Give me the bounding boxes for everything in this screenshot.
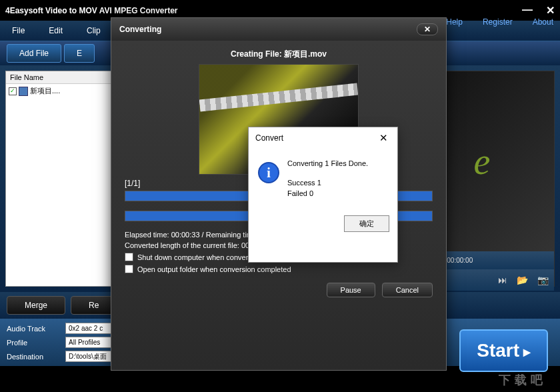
ok-button[interactable]: 确定	[344, 215, 389, 232]
watermark: 下载吧	[499, 372, 547, 388]
open-folder-checkbox[interactable]	[125, 265, 133, 273]
open-folder-label: Open output folder when conversion compl…	[137, 265, 291, 273]
convert-messagebox: Convert ✕ i Converting 1 Files Done. Suc…	[248, 127, 398, 263]
converting-title: Converting	[119, 25, 161, 34]
file-checkbox[interactable]: ✓	[9, 87, 17, 95]
menu-register[interactable]: Register	[483, 17, 513, 27]
menu-clip[interactable]: Clip	[75, 25, 113, 37]
msgbox-title-text: Convert	[255, 133, 283, 143]
snapshot-icon[interactable]: 📷	[537, 275, 549, 285]
start-button[interactable]: Start	[459, 329, 548, 372]
creating-file-label: Creating File: 新项目.mov	[125, 49, 433, 60]
msgbox-line3: Failed 0	[287, 188, 368, 199]
menu-about[interactable]: About	[533, 17, 553, 27]
shutdown-checkbox[interactable]	[125, 253, 133, 261]
minimize-icon[interactable]: —	[522, 4, 533, 17]
app-title: 4Easysoft Video to MOV AVI MPEG Converte…	[5, 6, 178, 15]
msgbox-text: Converting 1 Files Done. Success 1 Faile…	[287, 158, 368, 199]
msgbox-line2: Success 1	[287, 177, 368, 189]
menu-edit[interactable]: Edit	[37, 25, 75, 37]
audio-track-label: Audio Track	[7, 325, 60, 333]
info-icon: i	[258, 162, 279, 183]
cancel-button[interactable]: Cancel	[382, 283, 433, 297]
destination-label: Destination	[7, 353, 60, 361]
msgbox-close-icon[interactable]: ✕	[377, 132, 391, 144]
close-icon[interactable]: ✕	[546, 4, 555, 17]
msgbox-line1: Converting 1 Files Done.	[287, 158, 368, 169]
preview-logo-icon: e	[474, 140, 491, 183]
dialog-close-icon[interactable]: ✕	[417, 23, 438, 35]
pause-button[interactable]: Pause	[327, 283, 375, 297]
next-icon[interactable]: ⏭	[498, 275, 507, 285]
rename-button[interactable]: Re	[71, 296, 117, 315]
video-file-icon	[19, 87, 28, 96]
profile-label: Profile	[7, 339, 60, 347]
edit-button[interactable]: E	[64, 44, 95, 63]
menu-help[interactable]: Help	[446, 17, 463, 27]
add-file-button[interactable]: Add File	[7, 44, 61, 63]
menu-file[interactable]: File	[0, 25, 37, 37]
open-folder-icon[interactable]: 📂	[517, 275, 528, 285]
merge-button[interactable]: Merge	[7, 296, 65, 315]
